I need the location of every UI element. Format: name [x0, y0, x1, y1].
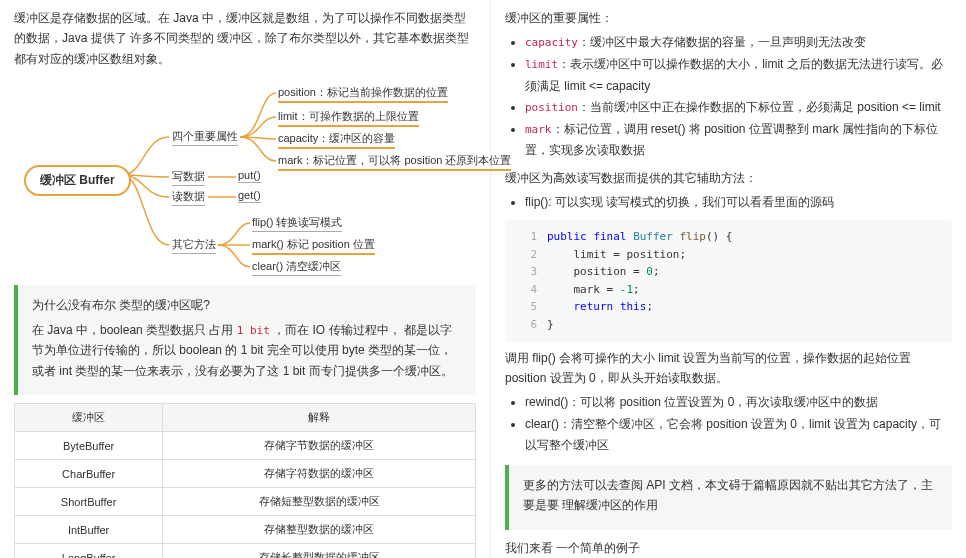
buffer-table: 缓冲区 解释 ByteBuffer存储字节数据的缓冲区 CharBuffer存储… — [14, 403, 476, 558]
th-desc: 解释 — [163, 404, 476, 432]
th-buffer: 缓冲区 — [15, 404, 163, 432]
attrs-heading: 缓冲区的重要属性： — [505, 8, 952, 28]
attr-mark: mark：标记位置，调用 reset() 将 position 位置调整到 ma… — [525, 119, 952, 162]
branch-other: 其它方法 — [172, 237, 216, 254]
attr-position: position：当前缓冲区中正在操作数据的下标位置，必须满足 position… — [525, 97, 952, 119]
leaf-mark: mark：标记位置，可以将 position 还原到本位置 — [278, 153, 511, 171]
callout-q: 为什么没有布尔 类型的缓冲区呢? — [32, 295, 462, 315]
helper-clear: clear()：清空整个缓冲区，它会将 position 设置为 0，limit… — [525, 414, 952, 457]
attr-capacity: capacity：缓冲区中最大存储数据的容量，一旦声明则无法改变 — [525, 32, 952, 54]
mindmap: 缓冲区 Buffer 四个重要属性 position：标记当前操作数据的位置 l… — [14, 77, 476, 277]
leaf-put: put() — [238, 169, 261, 183]
leaf-position: position：标记当前操作数据的位置 — [278, 85, 448, 103]
mindmap-root: 缓冲区 Buffer — [24, 165, 131, 196]
intro-text: 缓冲区是存储数据的区域。在 Java 中，缓冲区就是数组，为了可以操作不同数据类… — [14, 8, 476, 69]
table-row: ByteBuffer存储字节数据的缓冲区 — [15, 432, 476, 460]
helper-flip: flip(): 可以实现 读写模式的切换，我们可以看看里面的源码 — [525, 192, 952, 214]
attrs-list: capacity：缓冲区中最大存储数据的容量，一旦声明则无法改变 limit：表… — [525, 32, 952, 162]
callout-boolean: 为什么没有布尔 类型的缓冲区呢? 在 Java 中，boolean 类型数据只 … — [14, 285, 476, 395]
callout-a: 在 Java 中，boolean 类型数据只 占用 1 bit ，而在 IO 传… — [32, 320, 462, 381]
leaf-limit: limit：可操作数据的上限位置 — [278, 109, 419, 127]
example-heading: 我们来看 一个简单的例子 — [505, 538, 952, 558]
helpers-heading: 缓冲区为高效读写数据而提供的其它辅助方法： — [505, 168, 952, 188]
code-flip: 1public final Buffer flip() { 2 limit = … — [505, 220, 952, 342]
table-row: CharBuffer存储字符数据的缓冲区 — [15, 460, 476, 488]
table-row: IntBuffer存储整型数据的缓冲区 — [15, 516, 476, 544]
helper-rewind: rewind()：可以将 position 位置设置为 0，再次读取缓冲区中的数… — [525, 392, 952, 414]
leaf-get: get() — [238, 189, 261, 203]
table-row: ShortBuffer存储短整型数据的缓冲区 — [15, 488, 476, 516]
leaf-markfn: mark() 标记 position 位置 — [252, 237, 375, 255]
branch-write: 写数据 — [172, 169, 205, 186]
callout-more: 更多的方法可以去查阅 API 文档，本文碍于篇幅原因就不贴出其它方法了，主要是要… — [505, 465, 952, 530]
leaf-flip: flip() 转换读写模式 — [252, 215, 342, 232]
branch-attrs: 四个重要属性 — [172, 129, 238, 146]
leaf-clear: clear() 清空缓冲区 — [252, 259, 341, 276]
helpers-list: flip(): 可以实现 读写模式的切换，我们可以看看里面的源码 — [525, 192, 952, 214]
leaf-capacity: capacity：缓冲区的容量 — [278, 131, 395, 149]
branch-read: 读数据 — [172, 189, 205, 206]
attr-limit: limit：表示缓冲区中可以操作数据的大小，limit 之后的数据无法进行读写。… — [525, 54, 952, 97]
flip-desc: 调用 flip() 会将可操作的大小 limit 设置为当前写的位置，操作数据的… — [505, 348, 952, 389]
helpers-list-2: rewind()：可以将 position 位置设置为 0，再次读取缓冲区中的数… — [525, 392, 952, 457]
table-row: LongBuffer存储长整型数据的缓冲区 — [15, 544, 476, 558]
